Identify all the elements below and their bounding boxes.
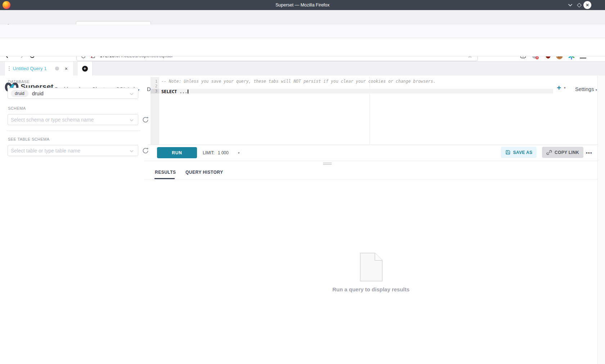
copy-link-button[interactable]: COPY LINK <box>542 147 583 158</box>
editor-bottom-border <box>148 145 598 145</box>
refresh-icon <box>142 116 149 123</box>
close-query-tab-icon[interactable]: × <box>63 65 69 72</box>
empty-results-message: Run a query to display results <box>324 286 418 292</box>
refresh-tables-button[interactable] <box>142 147 149 154</box>
limit-value: 1 000 <box>218 150 229 155</box>
add-query-tab-button[interactable]: + <box>77 61 93 76</box>
schema-select[interactable]: Select schema or type schema name <box>8 114 138 125</box>
caret-down-icon: ▾ <box>238 151 240 155</box>
copy-link-label: COPY LINK <box>555 150 579 155</box>
sql-comment: -- Note: Unless you save your query, the… <box>161 79 436 84</box>
maximize-icon <box>577 3 582 8</box>
tab-drag-handle-icon[interactable] <box>9 66 10 71</box>
results-tabs-border <box>144 179 598 179</box>
window-title: Superset — Mozilla Firefox <box>0 0 605 10</box>
save-as-label: SAVE AS <box>513 150 532 155</box>
schema-placeholder: Select schema or type schema name <box>11 117 94 123</box>
database-select[interactable]: druid druid <box>8 88 138 99</box>
line-number: 2 <box>151 84 159 88</box>
query-tab-title[interactable]: Untitled Query 1 <box>13 66 53 71</box>
caret-down-icon: ▾ <box>595 88 597 92</box>
editor-line-1: 1 -- Note: Unless you save your query, t… <box>151 79 553 84</box>
tab-results[interactable]: RESULTS <box>155 170 176 175</box>
empty-document-icon <box>360 252 383 282</box>
toolbar-bottom-border <box>144 161 598 161</box>
save-as-button[interactable]: SAVE AS <box>501 147 537 158</box>
table-placeholder: Select table or type table name <box>11 148 80 154</box>
line-number: 3 <box>151 89 159 94</box>
nav-settings[interactable]: Settings ▾ <box>575 86 597 92</box>
browser-toolbar: 172.18.0.4:32251/superset/sqllab/ ☆ uO <box>0 24 605 38</box>
limit-label: LIMIT: <box>203 150 215 155</box>
sql-editor[interactable]: 1 -- Note: Unless you save your query, t… <box>151 77 553 145</box>
sql-keyword: SELECT <box>161 89 177 94</box>
chevron-down-icon <box>130 93 134 95</box>
caret-down-icon: ▾ <box>564 86 566 90</box>
window-close-button[interactable]: × <box>582 0 592 10</box>
line-number: 1 <box>151 79 159 84</box>
database-value: druid <box>32 91 44 96</box>
database-engine-tag: druid <box>11 90 28 97</box>
refresh-icon <box>142 147 149 154</box>
schema-label: SCHEMA <box>8 106 26 110</box>
chevron-down-icon <box>130 150 134 153</box>
sql-text: ... <box>177 89 187 94</box>
tab-query-history[interactable]: QUERY HISTORY <box>185 170 223 175</box>
chevron-down-icon <box>130 119 134 122</box>
close-icon: × <box>583 1 591 9</box>
superset-header: Superset Dashboards Charts SQL Lab ▾ Dat… <box>0 38 605 56</box>
editor-line-2: 2 <box>151 84 553 88</box>
window-minimize-button[interactable] <box>566 0 574 10</box>
table-select[interactable]: Select table or type table name <box>8 145 138 156</box>
pane-resize-handle[interactable] <box>323 163 332 165</box>
sidebar-divider <box>6 131 140 131</box>
screen: Superset — Mozilla Firefox × Apache Drui… <box>0 0 605 364</box>
run-query-button[interactable]: RUN <box>157 147 197 158</box>
query-tab-active[interactable]: Untitled Query 1 × <box>4 61 74 76</box>
page-scroll-gutter <box>597 76 605 364</box>
unsaved-indicator-dot <box>55 67 59 70</box>
editor-line-3-active: 3 SELECT ... <box>151 89 553 94</box>
plus-circle-icon: + <box>82 66 88 72</box>
table-schema-label: SEE TABLE SCHEMA <box>8 137 49 141</box>
refresh-schemas-button[interactable] <box>142 116 149 123</box>
database-label: DATABASE <box>8 79 30 84</box>
limit-dropdown[interactable]: LIMIT: 1 000 ▾ <box>203 147 239 158</box>
link-icon <box>546 150 552 155</box>
more-options-button[interactable]: ••• <box>586 147 592 158</box>
window-titlebar: Superset — Mozilla Firefox × <box>0 0 605 10</box>
chevron-down-icon <box>568 4 573 6</box>
text-cursor <box>188 90 188 94</box>
browser-tabstrip: Apache Druid × Superset × + <box>0 10 605 24</box>
new-item-button[interactable]: + <box>557 83 561 92</box>
save-floppy-icon <box>505 150 511 155</box>
